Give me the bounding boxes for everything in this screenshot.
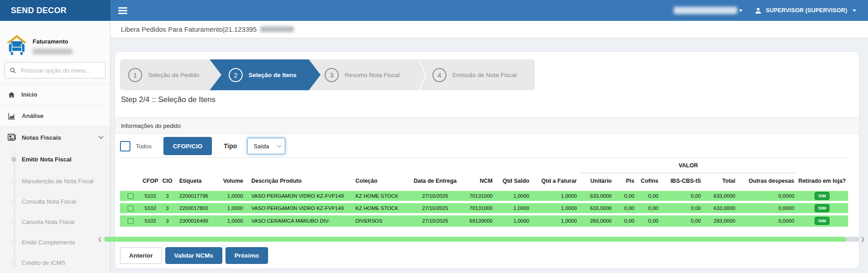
table-cell: 0,00 <box>615 202 637 214</box>
table-cell: VASO PERGAMON VIDRO KZ-FVP149 <box>245 202 349 214</box>
table-cell: VASO PERGAMON VIDRO KZ-FVP149 <box>245 190 349 202</box>
table-cell: 0,00 <box>662 190 704 202</box>
chevron-down-icon[interactable] <box>98 134 103 139</box>
step-number-badge: 1 <box>128 68 142 82</box>
row-checkbox[interactable] <box>128 205 134 211</box>
table-cell: VASO CERAMICA MARUBO DIV- <box>245 214 349 227</box>
table-cell: 1,0000 <box>216 190 245 202</box>
submenu-item[interactable]: Emitir Complemento <box>0 235 110 249</box>
submenu-item[interactable]: Crédito de ICMS <box>0 256 110 269</box>
select-all-checkbox[interactable] <box>120 141 130 151</box>
wizard-step[interactable]: 3Resumo Nota Fiscal <box>325 59 400 90</box>
table-cell: 0,00 <box>662 202 704 214</box>
table-cell: 3 <box>160 214 175 227</box>
proximo-button[interactable]: Próximo <box>225 247 268 264</box>
submenu-dot-icon <box>12 179 16 183</box>
column-header: Volume <box>216 173 245 190</box>
table-cell: 0,0000 <box>739 190 796 202</box>
table-cell: 0,00 <box>637 214 662 227</box>
table-cell: 3 <box>160 190 175 202</box>
store-selector[interactable] <box>674 7 743 14</box>
tipo-select[interactable]: Saída <box>247 138 285 154</box>
wizard-step[interactable]: 2Seleção de Itens <box>229 59 297 90</box>
table-header-row: CFOPCIOEtiquetaVolumeDescrição ProdutoCo… <box>120 173 848 190</box>
table-cell: 1,0000 <box>533 202 580 214</box>
column-header: CFOP <box>141 173 160 190</box>
column-header: Data de Entrega <box>408 173 462 190</box>
submenu-item[interactable]: Cancela Nota Fiscal <box>0 215 110 229</box>
table-cell: 633,0000 <box>580 202 615 214</box>
table-cell: 0,00 <box>615 190 637 202</box>
scroll-right-icon[interactable]: ❯ <box>861 236 865 242</box>
sidebar-item-inicio[interactable]: Início <box>0 84 110 105</box>
table-row[interactable]: 5102322000178001,0000VASO PERGAMON VIDRO… <box>120 202 848 214</box>
menu-toggle-icon[interactable] <box>110 0 135 21</box>
column-header: NCM <box>462 173 496 190</box>
table-row[interactable]: 5102323000164991,0000VASO CERAMICA MARUB… <box>120 214 848 227</box>
sidebar-item-analise[interactable]: Análise <box>0 105 110 126</box>
submenu-dot-icon <box>11 157 16 162</box>
wizard-step[interactable]: 1Seleção de Pedido <box>128 59 199 90</box>
sidebar-item-notas-fiscais[interactable]: Notas Fiscais <box>0 127 110 148</box>
submenu-item[interactable]: Emitir Nota Fiscal <box>0 152 110 166</box>
table-cell: 283,0000 <box>704 214 739 227</box>
wizard-step[interactable]: 4Emissão de Nota Fiscal <box>432 59 517 90</box>
column-header: Pis <box>615 173 637 190</box>
submenu-dot-icon <box>12 220 16 224</box>
step-label: Emissão de Nota Fiscal <box>452 72 517 78</box>
table-cell: 0,0000 <box>739 202 796 214</box>
chevron-down-icon <box>739 10 743 12</box>
redacted-client-name <box>260 26 294 32</box>
menu-search-input[interactable] <box>21 67 101 74</box>
table-cell: 1,0000 <box>533 214 580 227</box>
row-checkbox[interactable] <box>128 193 134 199</box>
app-window: SEND DECOR SUPERVISOR (SUPERVISOR) <box>0 0 868 273</box>
section-header-label: Informações do pedido <box>121 122 181 129</box>
anterior-button[interactable]: Anterior <box>120 247 162 264</box>
home-icon <box>8 91 15 98</box>
top-navbar: SEND DECOR SUPERVISOR (SUPERVISOR) <box>0 0 868 21</box>
table-cell: 27/10/2025 <box>408 202 462 214</box>
submenu-item[interactable]: Consulta Nota Fiscal <box>0 195 110 208</box>
redacted-store-name <box>674 7 737 14</box>
table-cell: KZ HOME STOCK <box>349 202 408 214</box>
table-cell: 633,0000 <box>580 190 615 202</box>
row-checkbox[interactable] <box>128 218 134 224</box>
validar-ncms-button[interactable]: Validar NCMs <box>165 247 222 264</box>
scroll-left-icon[interactable]: ❮ <box>98 236 102 242</box>
table-cell: 69139000 <box>462 214 496 227</box>
table-cell: 5102 <box>141 202 160 214</box>
table-body: 5102322000177961,0000VASO PERGAMON VIDRO… <box>120 190 848 227</box>
armchair-logo-icon <box>5 34 28 57</box>
step-separator <box>419 59 426 90</box>
scrollbar-thumb[interactable] <box>105 237 846 242</box>
submenu-dot-icon <box>12 200 16 204</box>
table-cell: 3 <box>160 202 175 214</box>
table-cell: 0,00 <box>615 214 637 227</box>
table-cell: 27/10/2025 <box>408 190 462 202</box>
table-cell: 27/10/2025 <box>408 214 462 227</box>
scrollbar-track[interactable] <box>103 237 859 242</box>
menu-search-box <box>5 62 106 78</box>
checkbox-column-header <box>120 173 141 190</box>
sidebar-item-label: Análise <box>22 112 43 119</box>
column-header: CIO <box>160 173 175 190</box>
navbar-right: SUPERVISOR (SUPERVISOR) <box>674 0 868 21</box>
search-icon <box>10 67 16 74</box>
app-logo: Faturamento <box>5 34 72 57</box>
user-menu[interactable]: SUPERVISOR (SUPERVISOR) <box>754 7 856 15</box>
user-name-label: SUPERVISOR (SUPERVISOR) <box>766 7 847 14</box>
table-cell: 1,0000 <box>496 214 533 227</box>
table-cell: 1,0000 <box>533 190 580 202</box>
select-all-label: Todos <box>136 143 152 150</box>
status-badge: SIM <box>815 204 830 212</box>
sidebar-item-label: Início <box>21 91 37 98</box>
step-number-badge: 2 <box>229 68 243 82</box>
table-row[interactable]: 5102322000177961,0000VASO PERGAMON VIDRO… <box>120 190 848 202</box>
submenu-item[interactable]: Manutenção de Nota Fiscal <box>0 174 110 188</box>
table-cell: 1,0000 <box>216 214 245 227</box>
submenu-item-label: Cancela Nota Fiscal <box>22 219 74 225</box>
cfop-cio-button[interactable]: CFOP/CIO <box>163 137 212 155</box>
table-cell: KZ HOME STOCK <box>349 190 408 202</box>
section-header: Informações do pedido <box>115 117 859 134</box>
